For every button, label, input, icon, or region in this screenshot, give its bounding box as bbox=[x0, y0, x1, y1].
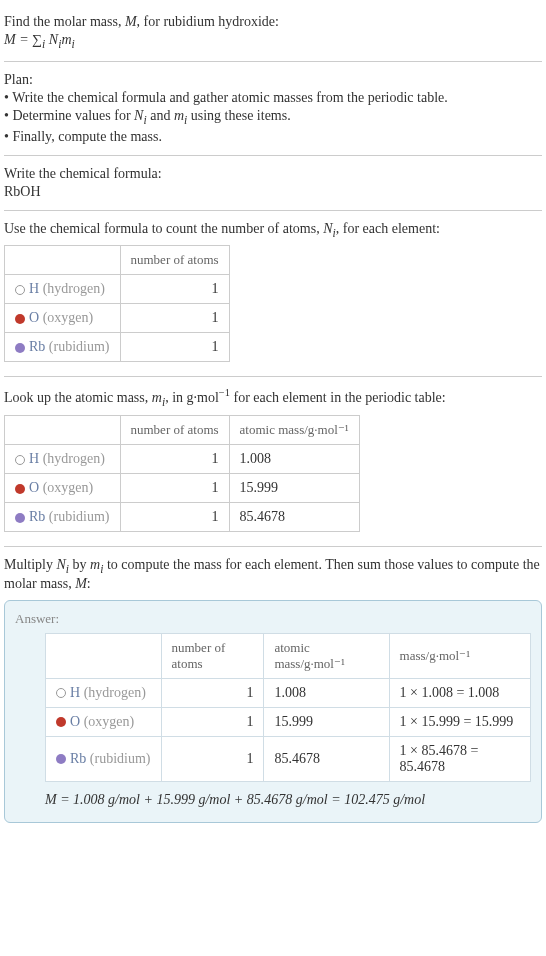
atomic-mass-header: atomic mass/g·mol⁻¹ bbox=[264, 633, 389, 678]
answer-box: Answer: number of atoms atomic mass/g·mo… bbox=[4, 600, 542, 823]
table-row: H (hydrogen) 1 1.008 1 × 1.008 = 1.008 bbox=[46, 678, 531, 707]
mult-d: : bbox=[87, 576, 91, 591]
final-molar-mass: M = 1.008 g/mol + 15.999 g/mol + 85.4678… bbox=[45, 792, 531, 808]
atoms-value: 1 bbox=[120, 304, 229, 333]
chemical-formula-section: Write the chemical formula: RbOH bbox=[4, 156, 542, 211]
count-table: number of atoms H (hydrogen) 1 O (oxygen… bbox=[4, 245, 230, 362]
chem-heading: Write the chemical formula: bbox=[4, 166, 542, 182]
calc-value: 1 × 1.008 = 1.008 bbox=[389, 678, 530, 707]
mass-value: 1.008 bbox=[229, 444, 359, 473]
multiply-heading: Multiply Ni by mi to compute the mass fo… bbox=[4, 557, 542, 592]
table-header-row: number of atoms atomic mass/g·mol⁻¹ mass… bbox=[46, 633, 531, 678]
atoms-value: 1 bbox=[120, 502, 229, 531]
empty-header bbox=[5, 246, 121, 275]
element-dot-icon bbox=[56, 717, 66, 727]
element-name: (rubidium) bbox=[49, 339, 110, 354]
element-dot-icon bbox=[15, 484, 25, 494]
element-name: (hydrogen) bbox=[43, 451, 105, 466]
plan-item-1: • Write the chemical formula and gather … bbox=[4, 90, 542, 106]
empty-header bbox=[5, 415, 121, 444]
lookup-section: Look up the atomic mass, mi, in g·mol−1 … bbox=[4, 377, 542, 546]
element-symbol: Rb bbox=[70, 751, 86, 766]
table-row: H (hydrogen) 1 bbox=[5, 275, 230, 304]
atoms-header: number of atoms bbox=[161, 633, 264, 678]
mass-value: 15.999 bbox=[229, 473, 359, 502]
element-symbol: O bbox=[29, 480, 39, 495]
plan-item-3: • Finally, compute the mass. bbox=[4, 129, 542, 145]
element-symbol: O bbox=[29, 310, 39, 325]
element-symbol: H bbox=[29, 281, 39, 296]
element-cell: Rb (rubidium) bbox=[5, 502, 121, 531]
lookup-heading-c: for each element in the periodic table: bbox=[230, 390, 446, 405]
plan-section: Plan: • Write the chemical formula and g… bbox=[4, 62, 542, 156]
table-row: H (hydrogen) 1 1.008 bbox=[5, 444, 360, 473]
intro-section: Find the molar mass, M, for rubidium hyd… bbox=[4, 4, 542, 62]
lookup-heading: Look up the atomic mass, mi, in g·mol−1 … bbox=[4, 387, 542, 408]
element-dot-icon bbox=[15, 314, 25, 324]
table-header-row: number of atoms bbox=[5, 246, 230, 275]
mass-value: 1.008 bbox=[264, 678, 389, 707]
intro-M: M bbox=[125, 14, 137, 29]
mult-mi: mi bbox=[90, 557, 103, 572]
final-rest: = 1.008 g/mol + 15.999 g/mol + 85.4678 g… bbox=[57, 792, 425, 807]
table-row: O (oxygen) 1 bbox=[5, 304, 230, 333]
intro-line: Find the molar mass, M, for rubidium hyd… bbox=[4, 14, 542, 30]
element-symbol: O bbox=[70, 714, 80, 729]
element-dot-icon bbox=[15, 285, 25, 295]
element-name: (hydrogen) bbox=[84, 685, 146, 700]
element-cell: O (oxygen) bbox=[5, 304, 121, 333]
element-cell: O (oxygen) bbox=[46, 707, 162, 736]
element-cell: Rb (rubidium) bbox=[46, 736, 162, 781]
empty-header bbox=[46, 633, 162, 678]
count-Ni: Ni bbox=[323, 221, 336, 236]
calc-value: 1 × 15.999 = 15.999 bbox=[389, 707, 530, 736]
atoms-value: 1 bbox=[161, 736, 264, 781]
mult-M: M bbox=[75, 576, 87, 591]
element-dot-icon bbox=[15, 343, 25, 353]
table-row: Rb (rubidium) 1 85.4678 bbox=[5, 502, 360, 531]
element-symbol: H bbox=[70, 685, 80, 700]
mass-value: 85.4678 bbox=[229, 502, 359, 531]
atoms-value: 1 bbox=[120, 444, 229, 473]
answer-table: number of atoms atomic mass/g·mol⁻¹ mass… bbox=[45, 633, 531, 782]
element-symbol: Rb bbox=[29, 509, 45, 524]
count-section: Use the chemical formula to count the nu… bbox=[4, 211, 542, 378]
plan-item-2c: using these items. bbox=[187, 108, 290, 123]
element-dot-icon bbox=[56, 688, 66, 698]
final-M: M bbox=[45, 792, 57, 807]
element-dot-icon bbox=[15, 513, 25, 523]
mult-b: by bbox=[69, 557, 90, 572]
plan-heading: Plan: bbox=[4, 72, 542, 88]
chem-value: RbOH bbox=[4, 184, 542, 200]
plan-mi: mi bbox=[174, 108, 187, 123]
element-dot-icon bbox=[15, 455, 25, 465]
plan-Ni: Ni bbox=[134, 108, 147, 123]
plan-item-2a: • Determine values for bbox=[4, 108, 134, 123]
intro-text-a: Find the molar mass, bbox=[4, 14, 125, 29]
mass-value: 15.999 bbox=[264, 707, 389, 736]
intro-text-c: , for rubidium hydroxide: bbox=[137, 14, 279, 29]
element-cell: H (hydrogen) bbox=[5, 444, 121, 473]
atoms-header: number of atoms bbox=[120, 415, 229, 444]
element-name: (rubidium) bbox=[90, 751, 151, 766]
atoms-value: 1 bbox=[120, 473, 229, 502]
count-heading-a: Use the chemical formula to count the nu… bbox=[4, 221, 323, 236]
multiply-section: Multiply Ni by mi to compute the mass fo… bbox=[4, 547, 542, 831]
lookup-table: number of atoms atomic mass/g·mol⁻¹ H (h… bbox=[4, 415, 360, 532]
table-row: Rb (rubidium) 1 bbox=[5, 333, 230, 362]
calc-value: 1 × 85.4678 = 85.4678 bbox=[389, 736, 530, 781]
atoms-value: 1 bbox=[120, 333, 229, 362]
element-cell: H (hydrogen) bbox=[5, 275, 121, 304]
mult-a: Multiply bbox=[4, 557, 57, 572]
table-row: Rb (rubidium) 1 85.4678 1 × 85.4678 = 85… bbox=[46, 736, 531, 781]
element-cell: O (oxygen) bbox=[5, 473, 121, 502]
element-name: (hydrogen) bbox=[43, 281, 105, 296]
table-row: O (oxygen) 1 15.999 bbox=[5, 473, 360, 502]
plan-item-2: • Determine values for Ni and mi using t… bbox=[4, 108, 542, 127]
lookup-heading-a: Look up the atomic mass, bbox=[4, 390, 152, 405]
mass-header: atomic mass/g·mol⁻¹ bbox=[229, 415, 359, 444]
element-dot-icon bbox=[56, 754, 66, 764]
molar-mass-formula: M = ∑i Nimi bbox=[4, 32, 542, 51]
element-cell: H (hydrogen) bbox=[46, 678, 162, 707]
atoms-value: 1 bbox=[120, 275, 229, 304]
